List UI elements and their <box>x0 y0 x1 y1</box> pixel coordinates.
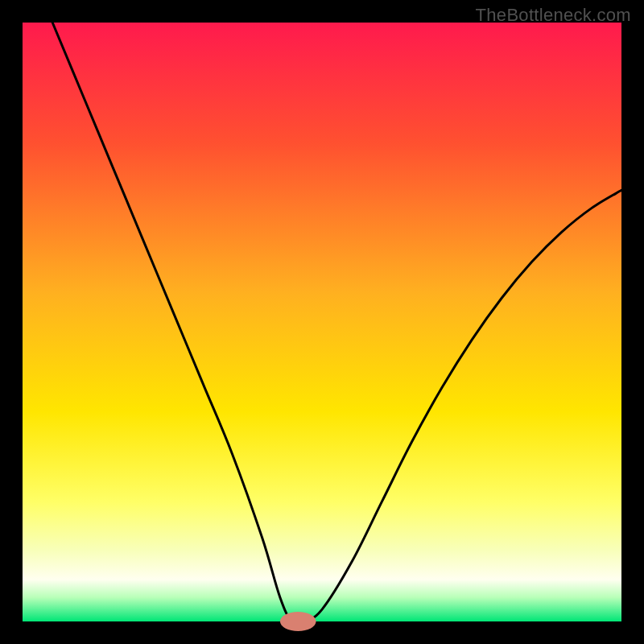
chart-canvas <box>0 0 644 644</box>
bottleneck-chart: TheBottleneck.com <box>0 0 644 644</box>
plot-background <box>23 23 621 621</box>
watermark-text: TheBottleneck.com <box>476 5 631 26</box>
optimum-marker <box>280 612 316 631</box>
